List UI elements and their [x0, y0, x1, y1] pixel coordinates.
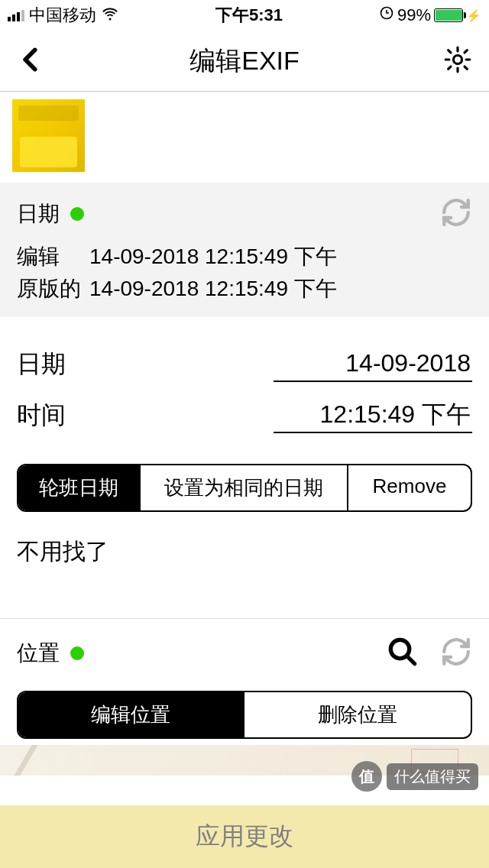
content: 日期 编辑 14-09-2018 12:15:49 下午 原版的 14-09-2… [0, 92, 489, 868]
location-section-label: 位置 [17, 639, 60, 668]
date-section-label: 日期 [17, 199, 60, 228]
svg-point-1 [453, 55, 461, 63]
page-title: 编辑EXIF [189, 44, 300, 79]
date-field-row: 日期 [17, 343, 472, 385]
back-button[interactable] [17, 45, 46, 77]
nav-header: 编辑EXIF [0, 31, 489, 92]
date-segment-control: 轮班日期 设置为相同的日期 Remove [17, 464, 472, 512]
set-same-date-button[interactable]: 设置为相同的日期 [141, 465, 348, 510]
delete-location-button[interactable]: 删除位置 [244, 692, 471, 737]
date-edit-section: 日期 时间 轮班日期 设置为相同的日期 Remove 不用找了 [0, 317, 489, 618]
watermark: 值 什么值得买 [351, 761, 478, 792]
edited-date-row: 编辑 14-09-2018 12:15:49 下午 [17, 242, 472, 271]
date-section-header: 日期 编辑 14-09-2018 12:15:49 下午 原版的 14-09-2… [0, 183, 489, 317]
time-field-label: 时间 [17, 399, 66, 432]
location-header: 位置 [17, 619, 472, 683]
status-dot-icon [70, 207, 84, 221]
photo-thumbnail[interactable] [12, 99, 85, 172]
status-time: 下午5:31 [215, 4, 283, 27]
carrier-label: 中国移动 [29, 4, 96, 27]
settings-button[interactable] [443, 45, 472, 77]
status-bar: 中国移动 下午5:31 99% ⚡ [0, 0, 489, 31]
battery-icon [434, 8, 463, 22]
refresh-button[interactable] [440, 196, 472, 232]
time-input[interactable] [274, 397, 472, 433]
search-button[interactable] [387, 636, 419, 671]
edited-label: 编辑 [17, 242, 89, 271]
date-input[interactable] [274, 346, 472, 382]
refresh-location-button[interactable] [440, 636, 472, 671]
battery-percent: 99% [397, 5, 431, 25]
location-section: 位置 编辑位置 删除位置 [0, 618, 489, 776]
shift-date-button[interactable]: 轮班日期 [18, 465, 141, 510]
edit-location-button[interactable]: 编辑位置 [18, 692, 244, 737]
remove-button[interactable]: Remove [348, 465, 471, 510]
original-date-row: 原版的 14-09-2018 12:15:49 下午 [17, 274, 472, 303]
rotation-lock-icon [379, 5, 394, 25]
apply-changes-button[interactable]: 应用更改 [0, 795, 489, 868]
svg-line-3 [406, 656, 415, 664]
time-field-row: 时间 [17, 394, 472, 436]
status-right: 99% ⚡ [379, 5, 481, 25]
location-segment-control: 编辑位置 删除位置 [17, 691, 472, 739]
apply-label: 应用更改 [196, 820, 293, 853]
original-label: 原版的 [17, 274, 89, 303]
charging-icon: ⚡ [466, 8, 481, 23]
edited-value: 14-09-2018 12:15:49 下午 [89, 242, 337, 271]
signal-icon [8, 10, 24, 21]
watermark-text: 什么值得买 [387, 763, 478, 790]
status-dot-icon [70, 646, 84, 660]
thumbnail-row [0, 92, 489, 172]
no-find-label: 不用找了 [17, 512, 472, 604]
original-value: 14-09-2018 12:15:49 下午 [89, 274, 337, 303]
date-field-label: 日期 [17, 348, 66, 381]
wifi-icon [101, 4, 119, 27]
watermark-badge: 值 [351, 761, 382, 792]
status-left: 中国移动 [8, 4, 119, 27]
